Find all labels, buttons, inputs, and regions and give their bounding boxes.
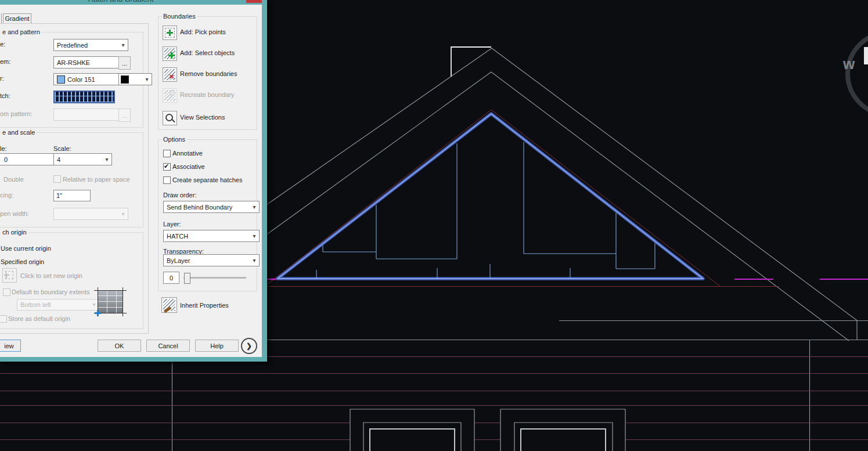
remove-boundaries-button[interactable]: ✕ xyxy=(163,67,177,82)
specified-origin-radio-label[interactable]: Specified origin xyxy=(1,258,44,266)
origin-point-icon xyxy=(95,310,101,316)
cancel-button[interactable]: Cancel xyxy=(146,340,190,352)
view-selections-button[interactable] xyxy=(163,111,177,125)
store-default-origin-label: Store as default origin xyxy=(8,315,70,323)
scale-value: 4 xyxy=(57,156,60,163)
annotative-checkbox[interactable] xyxy=(163,150,171,157)
recreate-boundary-label: Recreate boundary xyxy=(180,91,235,99)
type-value: Predefined xyxy=(57,42,88,49)
double-label: Double xyxy=(3,176,24,183)
pattern-browse-button[interactable]: ... xyxy=(118,56,131,70)
pattern-value: AR-RSHKE xyxy=(57,59,90,66)
background-color-dropdown[interactable] xyxy=(118,73,152,85)
color-label: r: xyxy=(0,75,4,82)
draw-order-dropdown[interactable]: Send Behind Boundary xyxy=(163,201,260,213)
dialog-body: Gradient e and pattern e: Predefined em:… xyxy=(0,5,262,357)
spacing-value: 1" xyxy=(56,192,62,199)
group-options: Options xyxy=(158,139,257,291)
associative-checkbox[interactable] xyxy=(163,163,171,171)
pattern-dropdown[interactable]: AR-RSHKE xyxy=(53,56,128,68)
transparency-slider-handle[interactable] xyxy=(184,273,190,284)
window-frames xyxy=(350,409,625,451)
scale-label: Scale: xyxy=(53,145,71,153)
create-separate-hatches-checkbox[interactable] xyxy=(163,176,171,184)
dialog-title: Hatch and Gradient xyxy=(74,0,167,3)
chevron-down-icon xyxy=(251,257,258,265)
ellipsis-icon: ... xyxy=(122,112,127,119)
add-pick-points-label: Add: Pick points xyxy=(180,28,226,36)
swatch-label: tch: xyxy=(0,92,10,100)
chevron-down-icon xyxy=(120,41,127,49)
custom-pattern-dropdown[interactable] xyxy=(53,109,128,121)
dialog-titlebar[interactable]: Hatch and Gradient xyxy=(0,0,262,5)
plus-icon xyxy=(168,52,175,59)
chevron-down-icon xyxy=(120,210,127,218)
chevron-right-icon: ❯ xyxy=(246,342,252,350)
relative-paper-space-checkbox[interactable] xyxy=(53,175,61,183)
group-options-label: Options xyxy=(161,136,187,143)
color-swatch-blue xyxy=(57,75,65,84)
inherit-properties-button[interactable] xyxy=(161,297,177,313)
more-options-button[interactable]: ❯ xyxy=(241,338,257,354)
transparency-amount: 0 xyxy=(170,275,173,282)
transparency-slider-track[interactable] xyxy=(183,277,246,279)
type-dropdown[interactable]: Predefined xyxy=(53,39,128,51)
preview-button[interactable]: iew xyxy=(0,340,21,352)
custom-pattern-browse-button[interactable]: ... xyxy=(118,109,131,122)
create-separate-hatches-label: Create separate hatches xyxy=(172,176,242,184)
close-button[interactable] xyxy=(246,0,262,3)
origin-preview-image xyxy=(94,287,127,316)
angle-value: 0 xyxy=(4,156,8,163)
watermark-letter: w xyxy=(842,55,855,73)
red-fascia-lines xyxy=(255,110,779,291)
iso-pen-width-label: pen width: xyxy=(0,210,29,218)
hatch-color-value: Color 151 xyxy=(67,76,95,83)
set-origin-icon-button[interactable] xyxy=(2,268,17,283)
pattern-swatch-preview[interactable] xyxy=(53,91,115,103)
roof-outline-lines xyxy=(172,48,868,451)
scale-dropdown[interactable]: 4 xyxy=(53,153,112,165)
hatch-gradient-dialog: Hatch and Gradient Gradient e and patter… xyxy=(0,0,267,362)
ellipsis-icon: ... xyxy=(122,60,127,67)
iso-pen-width-dropdown[interactable] xyxy=(53,208,128,220)
hatch-color-dropdown[interactable]: Color 151 xyxy=(53,73,128,85)
chevron-down-icon xyxy=(251,203,258,211)
ok-button[interactable]: OK xyxy=(98,340,141,352)
layer-value: HATCH xyxy=(167,233,188,240)
add-pick-points-button[interactable] xyxy=(163,26,177,40)
group-type-and-pattern-label: e and pattern xyxy=(1,28,42,36)
store-default-origin-checkbox[interactable] xyxy=(0,315,7,323)
group-hatch-origin-label: ch origin xyxy=(1,229,28,236)
group-boundaries-label: Boundaries xyxy=(161,13,197,20)
annotative-label: Annotative xyxy=(172,150,203,157)
chevron-down-icon xyxy=(251,232,258,240)
default-boundary-extents-checkbox[interactable] xyxy=(3,288,10,296)
tab-hatch-edge[interactable] xyxy=(1,13,2,23)
relative-paper-space-label: Relative to paper space xyxy=(63,176,130,183)
view-selections-label: View Selections xyxy=(180,114,225,121)
cancel-button-label: Cancel xyxy=(158,342,178,349)
type-label: e: xyxy=(0,41,5,48)
plus-icon xyxy=(167,30,173,36)
recreate-boundary-button[interactable] xyxy=(163,88,177,103)
chevron-down-icon xyxy=(143,75,150,84)
pattern-label: em: xyxy=(0,58,10,66)
watermark-logo: w xyxy=(842,33,868,115)
associative-label: Associative xyxy=(172,163,205,171)
transparency-dropdown[interactable]: ByLayer xyxy=(163,254,260,266)
layer-dropdown[interactable]: HATCH xyxy=(163,230,260,242)
preview-button-label: iew xyxy=(4,342,14,349)
draw-order-value: Send Behind Boundary xyxy=(167,204,232,211)
pink-siding-lines xyxy=(0,357,868,440)
use-current-origin-radio-label[interactable]: Use current origin xyxy=(1,245,51,252)
gear-icon xyxy=(170,90,175,96)
tab-gradient[interactable]: Gradient xyxy=(3,13,31,24)
add-select-objects-button[interactable] xyxy=(163,46,177,61)
transparency-amount-input[interactable]: 0 xyxy=(163,272,179,284)
help-button[interactable]: Help xyxy=(195,340,239,352)
add-select-objects-label: Add: Select objects xyxy=(180,49,235,57)
extents-corner-dropdown[interactable]: Bottom left xyxy=(17,299,99,311)
selected-gable-boundary[interactable] xyxy=(278,114,703,279)
remove-boundaries-label: Remove boundaries xyxy=(180,70,237,78)
spacing-input[interactable]: 1" xyxy=(53,190,91,201)
